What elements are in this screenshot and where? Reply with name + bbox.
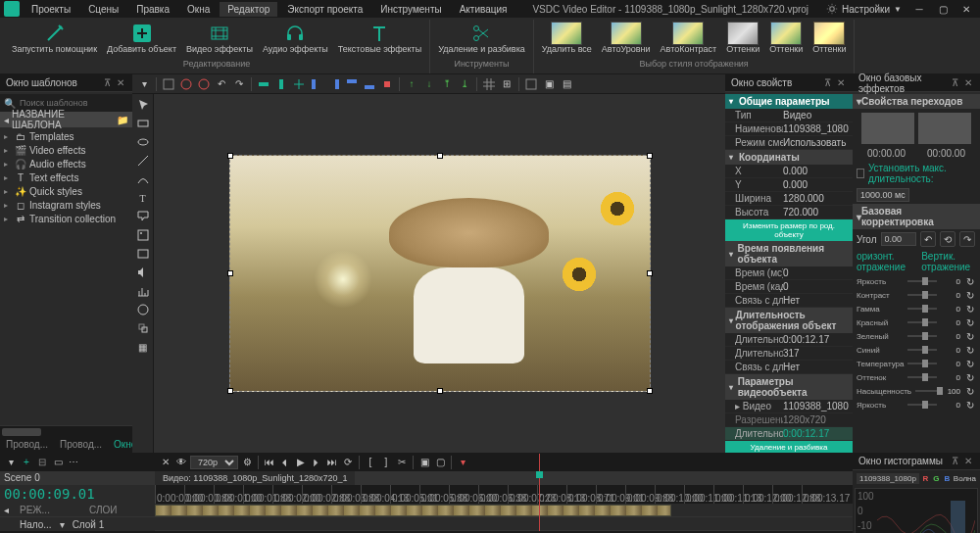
templates-tab-2[interactable]: Провод... — [54, 437, 108, 453]
ellipse-tool[interactable] — [134, 133, 152, 151]
prop-height[interactable]: 720.000 — [783, 207, 849, 218]
resize-handle[interactable] — [647, 153, 653, 159]
style-auto-contrast[interactable]: АвтоКонтраст — [657, 20, 721, 57]
counter-tool[interactable] — [134, 301, 152, 318]
pin-icon[interactable]: ⊼ — [949, 77, 960, 89]
pin-icon[interactable]: ⊼ — [821, 77, 833, 89]
rotate-auto-button[interactable]: ⟲ — [940, 231, 956, 247]
misc-2[interactable]: ▣ — [541, 76, 557, 92]
preview-area[interactable] — [154, 94, 725, 453]
resize-handle[interactable] — [437, 388, 443, 394]
close-button[interactable]: ✕ — [956, 2, 976, 16]
audio-tool[interactable] — [134, 264, 152, 281]
close-icon[interactable]: ✕ — [835, 77, 847, 89]
h-scrollbar[interactable] — [0, 425, 132, 437]
tree-item[interactable]: ▸🗀Templates — [0, 129, 132, 143]
section-general[interactable]: ▾Общие параметры — [725, 94, 853, 109]
text-effects-button[interactable]: Текстовые эффекты — [334, 20, 425, 57]
tool-c[interactable] — [196, 76, 212, 92]
line-tool[interactable] — [134, 152, 152, 170]
tree-item[interactable]: ▸🎬Video effects — [0, 143, 132, 157]
fx-slider[interactable] — [907, 376, 937, 378]
close-icon[interactable]: ✕ — [962, 456, 974, 467]
fx-slider[interactable] — [907, 363, 937, 364]
fx-slider[interactable] — [915, 390, 937, 392]
video-effects-button[interactable]: Видео эффекты — [182, 20, 257, 57]
tl-opts[interactable]: ⋯ — [67, 456, 80, 469]
histo-g-button[interactable]: G — [932, 472, 941, 484]
menu-editor[interactable]: Редактор — [220, 2, 277, 17]
histo-mode[interactable]: Волна — [954, 474, 976, 483]
menu-activation[interactable]: Активация — [452, 2, 515, 17]
delete-split-button[interactable]: Удаление и разбивка — [725, 441, 853, 453]
scene-tab[interactable]: Видео: 1109388_1080p_Sunlight_1280x720_1 — [155, 471, 355, 485]
rotate-cw-button[interactable]: ↷ — [959, 231, 975, 247]
snap-tool[interactable]: ⊞ — [499, 76, 514, 92]
prop-duration-f[interactable]: 317 — [783, 348, 849, 359]
fx-reset-button[interactable]: ↻ — [964, 344, 976, 356]
layer-row[interactable]: Нало...▾Слой 1 — [0, 517, 155, 531]
align-6[interactable] — [344, 76, 360, 92]
redo-tool[interactable]: ↷ — [231, 76, 247, 92]
resize-handle[interactable] — [647, 270, 653, 276]
menu-windows[interactable]: Окна — [179, 2, 218, 17]
tl-add[interactable]: + — [20, 456, 33, 469]
tl-gear[interactable]: ⚙ — [240, 456, 254, 469]
menu-tools[interactable]: Инструменты — [372, 2, 449, 17]
tl-group[interactable]: ▣ — [417, 456, 431, 469]
fx-reset-button[interactable]: ↻ — [964, 371, 976, 383]
launch-helper-button[interactable]: Запустить помощник — [8, 20, 101, 57]
pointer-tool[interactable] — [134, 96, 152, 114]
mirror-h-button[interactable]: оризонт. отражение — [857, 251, 913, 272]
menu-export[interactable]: Экспорт проекта — [279, 2, 370, 17]
tree-item[interactable]: ▸⇄Transition collection — [0, 212, 132, 225]
fx-reset-button[interactable]: ↻ — [964, 289, 976, 301]
tree-item[interactable]: ▸✨Quick styles — [0, 184, 132, 198]
tree-item[interactable]: ▸◻Instagram styles — [0, 198, 132, 212]
arrow-bottom[interactable]: ⤓ — [457, 76, 472, 92]
style-hue-3[interactable]: Оттенки — [808, 20, 850, 57]
pin-icon[interactable]: ⊼ — [101, 77, 113, 89]
curve-tool[interactable] — [134, 170, 152, 188]
prop-dur-link2[interactable]: Нет — [783, 362, 849, 372]
fx-slider[interactable] — [907, 349, 937, 351]
add-object-button[interactable]: Добавить объект — [103, 20, 180, 57]
resize-handle[interactable] — [437, 153, 443, 159]
tool-b[interactable] — [178, 76, 194, 92]
sprite-tool[interactable]: ▦ — [134, 338, 152, 356]
fx-reset-button[interactable]: ↻ — [964, 358, 976, 369]
text-tool[interactable]: T — [134, 189, 152, 207]
section-duration[interactable]: ▾Длительность отображения объект — [725, 308, 853, 333]
fx-reset-button[interactable]: ↻ — [964, 303, 976, 315]
misc-1[interactable] — [523, 76, 539, 92]
tl-zoom-menu[interactable]: ▾ — [456, 456, 469, 469]
pin-icon[interactable]: ⊼ — [949, 456, 960, 467]
rotate-ccw-button[interactable]: ↶ — [920, 231, 936, 247]
tl-dropdown[interactable]: ▾ — [4, 456, 18, 469]
fx-reset-button[interactable]: ↻ — [964, 316, 976, 328]
style-hue-2[interactable]: Оттенки — [765, 20, 807, 57]
tl-first[interactable]: ⏮ — [263, 456, 276, 469]
histo-r-button[interactable]: R — [921, 472, 930, 484]
image-tool[interactable] — [134, 226, 152, 244]
style-auto-levels[interactable]: АвтоУровни — [598, 20, 655, 57]
prop-video-file[interactable]: 1109388_1080p_Su — [783, 401, 849, 412]
prop-duration[interactable]: 0:00:12.17 — [783, 334, 849, 345]
cursor-tool[interactable]: ▾ — [136, 76, 152, 92]
video-clip[interactable] — [155, 505, 671, 516]
tl-del[interactable]: ⊟ — [35, 456, 49, 469]
preview-res-combo[interactable]: 720p — [190, 456, 238, 469]
tl-mark-in[interactable]: [ — [364, 456, 377, 469]
tl-close-tab[interactable]: ✕ — [159, 456, 172, 469]
transition-in-thumb[interactable] — [861, 113, 914, 144]
style-hue-1[interactable]: Оттенки — [722, 20, 763, 57]
fx-slider[interactable] — [907, 294, 937, 296]
align-8[interactable] — [379, 76, 395, 92]
grid-tool[interactable] — [481, 76, 497, 92]
tl-last[interactable]: ⏭ — [325, 456, 339, 469]
prop-width[interactable]: 1280.000 — [783, 193, 849, 204]
align-2[interactable] — [273, 76, 289, 92]
audio-effects-button[interactable]: Аудио эффекты — [259, 20, 332, 57]
undo-tool[interactable]: ↶ — [214, 76, 229, 92]
align-3[interactable] — [291, 76, 307, 92]
